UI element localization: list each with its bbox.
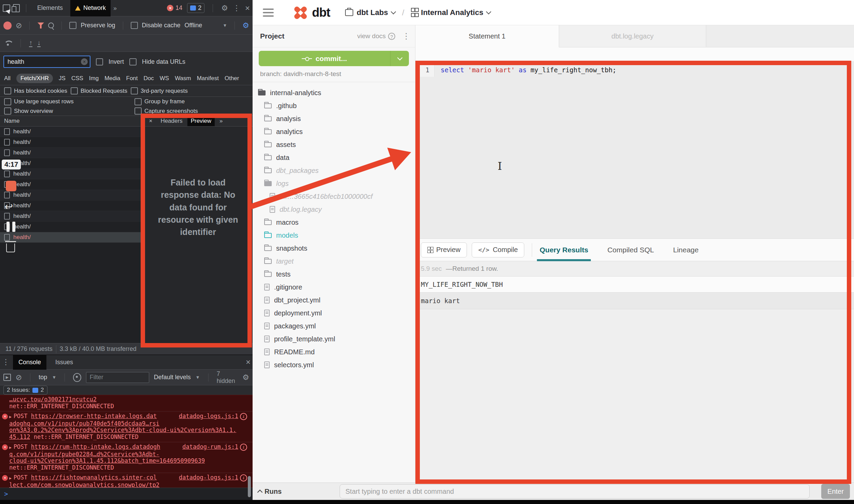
compile-button[interactable]: </> Compile [472,242,524,257]
commit-dropdown-toggle[interactable] [390,51,409,66]
error-url-link[interactable]: …ucvc.tou/o3002171ncutcu2 [9,396,97,403]
checkbox[interactable] [71,87,78,94]
search-icon[interactable] [48,23,54,28]
console-prompt[interactable]: > [0,488,253,499]
project-kebab-menu-icon[interactable]: ⋮ [402,31,410,41]
tab-statement-1[interactable]: Statement 1 [415,25,559,47]
checkbox[interactable] [134,98,142,105]
option-has-blocked-cookies[interactable]: Has blocked cookies [4,87,67,94]
network-filter-input[interactable]: health × [3,56,90,68]
console-scrollbar[interactable] [248,476,251,497]
close-preview-icon[interactable]: × [145,116,156,126]
enter-button[interactable]: Enter [821,484,850,499]
option-show-overview[interactable]: Show overview [4,107,131,115]
tree-item-readme-md[interactable]: README.md [253,345,415,358]
inspect-element-icon[interactable] [3,4,10,12]
error-url-link[interactable]: lect.com/com.snowplowanalytics.snowplow/… [9,481,159,488]
throttling-caret-icon[interactable]: ▼ [223,23,227,28]
throttling-select[interactable]: Offline [185,22,202,29]
checkbox[interactable] [131,87,138,94]
live-expression-icon[interactable] [73,373,81,382]
filter-chip-js[interactable]: JS [59,75,66,82]
filter-chip-doc[interactable]: Doc [144,75,154,82]
close-drawer-icon[interactable]: × [246,358,251,366]
issues-summary-button[interactable]: 2 Issues: 2 [3,386,47,395]
tab-elements[interactable]: Elements [32,0,68,16]
checkbox[interactable] [4,107,11,115]
kebab-menu-icon[interactable]: ⋮ [233,4,240,12]
network-request-row[interactable]: health/ [0,232,143,243]
option-capture-screenshots[interactable]: Capture screenshots [134,107,198,115]
runs-toggle[interactable]: Runs [258,488,282,495]
project-selector[interactable]: Internal Analytics [411,8,490,17]
recorder-pause-button[interactable] [6,222,15,232]
hide-data-urls-checkbox[interactable] [129,58,137,65]
network-conditions-icon[interactable] [4,41,12,46]
network-request-row[interactable]: health/ [0,169,143,179]
error-source-link[interactable]: datadog-logs.js:1 [179,474,238,481]
error-url-link[interactable]: on%3A3.0.2%2Cenv%3Aprod%2Cservice%3Adbt-… [9,427,236,433]
network-request-row[interactable]: health/ [0,222,143,232]
network-request-row[interactable]: health/ [0,211,143,222]
tab-query-results[interactable]: Query Results [540,239,588,261]
expand-triangle-icon[interactable]: ▶ [9,415,12,419]
expand-triangle-icon[interactable]: ▶ [9,445,12,450]
error-url-link[interactable]: https://rum-http-intake.logs.datadogh [31,443,160,450]
filter-chip-manifest[interactable]: Manifest [197,75,219,82]
filter-chip-wasm[interactable]: Wasm [175,75,191,82]
tree-item-macros[interactable]: macros [253,216,415,229]
tree-item-dbt-packages[interactable]: dbt_packages [253,164,415,177]
tab-issues[interactable]: Issues [50,355,79,370]
clear-filter-icon[interactable]: × [81,58,88,65]
result-row-cell[interactable]: mario kart [415,293,854,309]
recorder-trash-icon[interactable] [6,243,15,252]
drawer-kebab-icon[interactable]: ⋮ [2,358,10,366]
commit-button[interactable]: commit... [259,51,409,66]
log-levels-select[interactable]: Default levels [154,374,191,381]
tab-console[interactable]: Console [13,355,46,370]
record-icon[interactable] [3,21,12,30]
checkbox[interactable] [4,98,11,105]
tree-item-analysis[interactable]: analysis [253,112,415,125]
filter-chip-ws[interactable]: WS [160,75,169,82]
error-url-link[interactable]: https://fishtownanalytics.sinter-col [31,474,157,481]
error-url-link[interactable]: 45.112 [9,433,30,440]
tree-item-snapshots[interactable]: snapshots [253,242,415,255]
tree-item-profile-template-yml[interactable]: profile_template.yml [253,332,415,345]
option-blocked-requests[interactable]: Blocked Requests [71,87,127,94]
disable-cache-checkbox[interactable] [131,22,138,29]
org-selector[interactable]: dbt Labs [345,8,395,17]
tree-item--github[interactable]: .github [253,99,415,112]
filter-chip-media[interactable]: Media [104,75,120,82]
tab-compiled-sql[interactable]: Compiled SQL [607,239,654,261]
clear-console-icon[interactable]: ⊘ [16,374,22,381]
tab-headers[interactable]: Headers [157,116,186,126]
export-har-icon[interactable]: ↓ [37,39,41,47]
network-request-row[interactable]: health/ [0,148,143,158]
filter-chip-font[interactable]: Font [126,75,138,82]
error-source-link[interactable]: datadog-logs.js:1 [179,413,238,420]
device-toolbar-icon[interactable] [13,4,20,12]
network-request-row[interactable]: health/ [0,158,143,169]
tab-lineage[interactable]: Lineage [673,239,699,261]
preview-button[interactable]: Preview [421,242,467,257]
context-caret-icon[interactable]: ▼ [52,375,56,380]
recorder-stop-button[interactable] [6,181,16,191]
tab-preview[interactable]: Preview [187,116,215,126]
network-name-column-header[interactable]: Name [0,116,143,127]
import-har-icon[interactable]: ↑ [29,39,32,47]
more-preview-tabs-icon[interactable]: » [216,116,226,126]
settings-gear-icon[interactable]: ⚙ [221,4,228,13]
tree-item-models[interactable]: models [253,229,415,242]
tree-item-internal-analytics[interactable]: internal-analytics [253,86,415,99]
more-tabs-icon[interactable]: » [113,5,117,11]
dbt-logo-icon[interactable] [291,4,309,21]
network-request-row[interactable]: health/ [0,190,143,201]
console-settings-gear-icon[interactable]: ⚙ [242,373,249,382]
issues-count-badge[interactable]: 2 [187,3,204,13]
clear-icon[interactable]: ⊘ [16,22,22,29]
console-filter-input[interactable]: Filter [86,372,149,383]
filter-chip-css[interactable]: CSS [71,75,83,82]
network-request-row[interactable]: health/ [0,127,143,137]
tree-item--gitignore[interactable]: .gitignore [253,281,415,294]
